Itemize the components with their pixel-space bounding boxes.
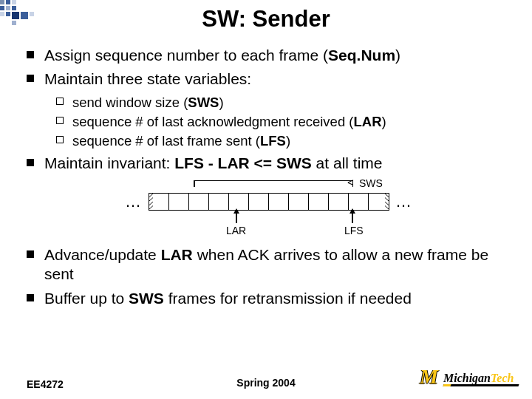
sub-bullet-item: sequence # of last acknowledgment receiv…	[56, 113, 511, 130]
michigantech-logo: M MichiganTech	[414, 368, 519, 390]
svg-rect-7	[6, 12, 10, 16]
svg-rect-6	[0, 12, 4, 16]
frame-cell	[369, 194, 389, 210]
frame-cell	[289, 194, 309, 210]
svg-rect-3	[0, 6, 4, 10]
sub-bullet-text: send window size (SWS)	[72, 94, 224, 111]
sub-bullet-item: send window size (SWS)	[56, 94, 511, 111]
dots-left: …	[125, 192, 143, 211]
square-bullet-icon	[27, 75, 34, 82]
logo-text-michigan: Michigan	[443, 372, 491, 384]
svg-rect-10	[30, 12, 34, 16]
square-bullet-icon	[27, 51, 34, 58]
sws-bracket	[194, 180, 353, 192]
course-code: EE4272	[27, 378, 64, 390]
frame-cell	[149, 194, 169, 210]
bullet-text: Maintain invariant: LFS - LAR <= SWS at …	[44, 154, 382, 173]
svg-rect-8	[12, 12, 19, 19]
bullet-item: Assign sequence number to each frame (Se…	[27, 46, 511, 65]
square-bullet-icon	[27, 294, 34, 301]
bullet-item: Advance/update LAR when ACK arrives to a…	[27, 245, 511, 284]
frame-cell	[309, 194, 329, 210]
sws-label: SWS	[359, 177, 383, 189]
bullet-text: Buffer up to SWS frames for retransmissi…	[44, 289, 412, 308]
corner-decoration	[0, 0, 81, 27]
square-bullet-icon	[27, 159, 34, 166]
frame-cell	[169, 194, 189, 210]
svg-rect-11	[12, 21, 16, 25]
sub-bullet-item: sequence # of last frame sent (LFS)	[56, 132, 511, 149]
svg-rect-2	[12, 0, 16, 4]
frame-cell	[269, 194, 289, 210]
hollow-square-bullet-icon	[56, 136, 64, 143]
svg-rect-9	[21, 12, 28, 19]
hollow-square-bullet-icon	[56, 117, 64, 124]
frame-cell	[209, 194, 229, 210]
frame-cell	[329, 194, 349, 210]
lfs-pointer-label: LFS	[344, 225, 364, 236]
svg-rect-0	[0, 0, 4, 4]
bullet-item: Maintain three state variables:	[27, 69, 511, 89]
sub-bullet-text: sequence # of last frame sent (LFS)	[72, 132, 290, 149]
logo-text-tech: Tech	[491, 372, 514, 384]
bullet-item: Maintain invariant: LFS - LAR <= SWS at …	[27, 154, 511, 173]
frame-cell	[249, 194, 269, 210]
term-label: Spring 2004	[236, 377, 295, 389]
dots-right: …	[395, 192, 413, 211]
lar-arrow-icon	[236, 213, 237, 223]
svg-rect-1	[6, 0, 10, 4]
svg-rect-5	[12, 6, 16, 10]
bullet-item: Buffer up to SWS frames for retransmissi…	[27, 289, 511, 308]
svg-rect-4	[6, 6, 10, 10]
bullet-text: Maintain three state variables:	[44, 69, 251, 89]
lar-pointer-label: LAR	[226, 225, 246, 236]
slide-content: Assign sequence number to each frame (Se…	[0, 33, 532, 308]
hollow-square-bullet-icon	[56, 98, 64, 105]
sub-bullet-text: sequence # of last acknowledgment receiv…	[72, 113, 386, 130]
frame-cell	[189, 194, 209, 210]
square-bullet-icon	[27, 250, 34, 258]
frame-cell	[349, 194, 369, 210]
slide-footer: EE4272 Spring 2004 M MichiganTech	[0, 368, 532, 390]
lfs-arrow-icon	[352, 213, 353, 223]
bullet-text: Assign sequence number to each frame (Se…	[44, 46, 400, 65]
frame-cell	[229, 194, 249, 210]
bullet-text: Advance/update LAR when ACK arrives to a…	[44, 245, 511, 284]
window-diagram: < SWS … … LAR LFS	[114, 180, 424, 239]
